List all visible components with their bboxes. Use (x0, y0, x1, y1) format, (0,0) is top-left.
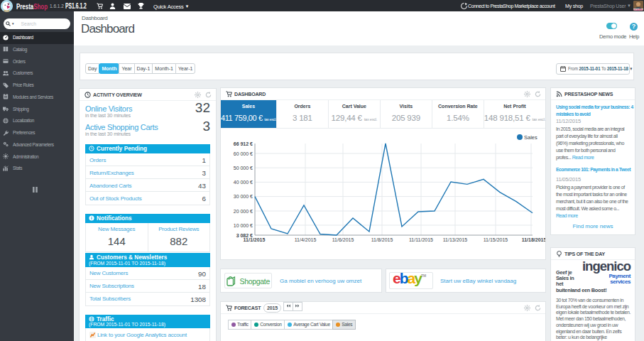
svg-text:Sales: Sales (524, 134, 537, 141)
svg-text:11/11/2015: 11/11/2015 (409, 237, 433, 242)
svg-text:11/8/2015: 11/8/2015 (371, 237, 393, 242)
svg-text:10 000 €: 10 000 € (234, 223, 253, 228)
svg-text:66 912 €: 66 912 € (234, 141, 253, 146)
svg-text:11/15/2015: 11/15/2015 (484, 237, 508, 242)
svg-text:20 000 €: 20 000 € (234, 209, 253, 214)
svg-text:11/6/2015: 11/6/2015 (332, 237, 354, 242)
svg-text:11/13/2015: 11/13/2015 (443, 237, 468, 242)
svg-text:11/1/2015: 11/1/2015 (244, 237, 266, 242)
svg-text:40 000 €: 40 000 € (234, 180, 253, 185)
svg-text:11/18/2015: 11/18/2015 (522, 237, 545, 242)
svg-text:30 000 €: 30 000 € (234, 194, 253, 199)
svg-text:11/4/2015: 11/4/2015 (295, 237, 317, 242)
svg-text:60 000 €: 60 000 € (234, 151, 253, 156)
svg-text:PrestaShop: PrestaShop (633, 9, 643, 11)
svg-text:50 000 €: 50 000 € (234, 166, 253, 170)
